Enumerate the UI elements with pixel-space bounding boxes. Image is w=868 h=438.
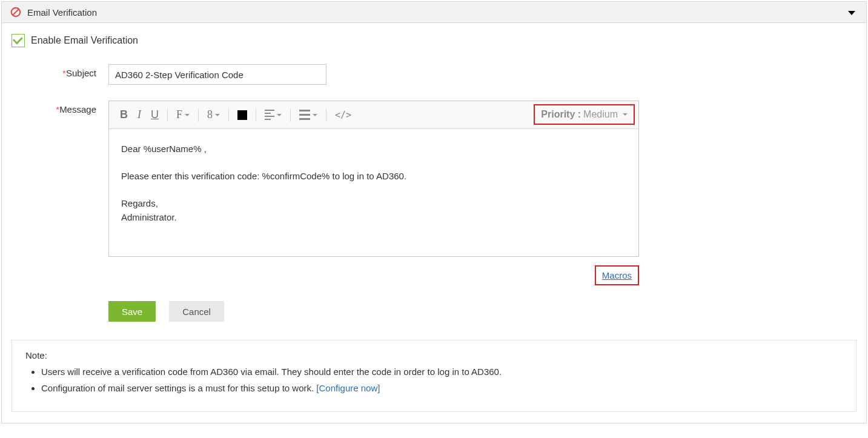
font-family-label: F — [176, 108, 182, 121]
toolbar-separator — [198, 108, 199, 122]
macros-highlight: Macros — [595, 265, 639, 285]
cancel-button[interactable]: Cancel — [169, 301, 224, 322]
enable-checkbox[interactable] — [12, 34, 25, 47]
toolbar-separator — [290, 108, 291, 122]
font-size-label: 8 — [207, 108, 213, 121]
font-size-button[interactable]: 8 — [202, 106, 225, 124]
editor-wrap: B I U F 8 — [108, 101, 639, 285]
message-row: *Message B I U F 8 — [12, 101, 856, 285]
email-verification-panel: Email Verification Enable Email Verifica… — [1, 1, 867, 423]
chevron-down-icon — [313, 114, 317, 116]
panel-body: Enable Email Verification *Subject *Mess… — [2, 23, 866, 423]
align-left-icon — [265, 110, 274, 120]
collapse-toggle[interactable] — [848, 7, 855, 17]
priority-dropdown[interactable]: Priority : Medium — [534, 104, 635, 125]
chevron-down-icon — [623, 113, 628, 116]
subject-row: *Subject — [12, 64, 856, 85]
toolbar-separator — [256, 108, 256, 122]
actions-row: Save Cancel — [108, 301, 856, 322]
toolbar-separator — [167, 108, 168, 122]
editor-toolbar: B I U F 8 — [109, 101, 638, 129]
subject-input[interactable] — [108, 64, 326, 85]
toolbar-separator — [326, 108, 326, 122]
note-title: Note: — [25, 350, 843, 360]
bold-button[interactable]: B — [115, 106, 133, 124]
note-item-text: Configuration of mail server settings is… — [41, 383, 316, 393]
chevron-down-icon — [185, 114, 190, 116]
list-button[interactable] — [294, 107, 322, 122]
priority-label: Priority : — [541, 109, 581, 120]
panel-title: Email Verification — [27, 7, 97, 18]
enable-row: Enable Email Verification — [12, 34, 856, 47]
note-item: Configuration of mail server settings is… — [41, 383, 843, 393]
code-view-button[interactable]: </> — [330, 107, 356, 123]
chevron-down-icon — [848, 11, 855, 15]
note-list: Users will receive a verification code f… — [25, 367, 843, 393]
priority-value: Medium — [583, 109, 618, 120]
underline-button[interactable]: U — [146, 106, 164, 124]
checkmark-icon — [13, 34, 23, 44]
bullet-list-icon — [299, 110, 310, 120]
macros-link[interactable]: Macros — [602, 270, 632, 280]
enable-label: Enable Email Verification — [31, 35, 138, 46]
font-family-button[interactable]: F — [171, 106, 194, 124]
configure-now-link[interactable]: [Configure now] — [316, 383, 380, 393]
toolbar-separator — [228, 108, 229, 122]
italic-button[interactable]: I — [133, 106, 146, 124]
save-button[interactable]: Save — [108, 301, 156, 322]
message-body[interactable]: Dear %userName% , Please enter this veri… — [109, 129, 638, 256]
align-button[interactable] — [260, 107, 287, 122]
chevron-down-icon — [215, 114, 220, 116]
subject-label: *Subject — [12, 64, 108, 78]
color-swatch-icon — [237, 110, 247, 120]
forbidden-icon — [10, 7, 21, 18]
message-label: *Message — [12, 101, 108, 114]
message-label-text: Message — [59, 104, 96, 114]
subject-label-text: Subject — [66, 68, 96, 78]
note-box: Note: Users will receive a verification … — [12, 340, 856, 412]
note-item: Users will receive a verification code f… — [41, 367, 843, 377]
rich-text-editor: B I U F 8 — [108, 101, 639, 257]
font-color-button[interactable] — [233, 108, 252, 122]
panel-header[interactable]: Email Verification — [2, 2, 866, 23]
svg-line-1 — [13, 9, 19, 15]
chevron-down-icon — [277, 114, 282, 116]
macros-row: Macros — [108, 265, 639, 285]
